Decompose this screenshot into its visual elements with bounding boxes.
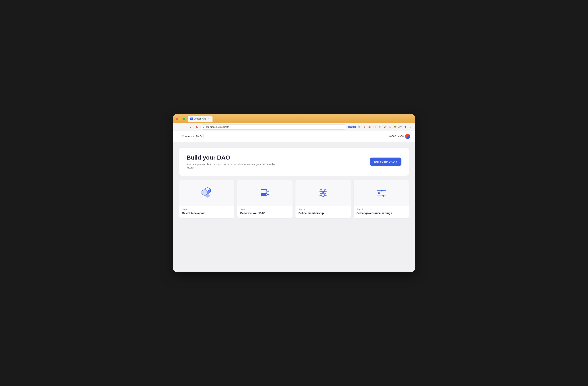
back-label: Create your DAO: [182, 135, 202, 138]
describe-icon: [258, 187, 272, 198]
steps-grid: Step 1 Select blockchain: [179, 180, 409, 218]
extension-clock-icon[interactable]: 🕐: [373, 125, 377, 129]
maximize-traffic-light[interactable]: [183, 118, 185, 120]
refresh-button[interactable]: ↻: [188, 125, 193, 129]
step-card-4[interactable]: Step 4 Select governance settings: [354, 180, 409, 218]
close-traffic-light[interactable]: [176, 118, 178, 120]
svg-point-16: [322, 191, 324, 193]
step-label-2: Step 2: [240, 208, 290, 211]
tab-favicon: A: [190, 118, 193, 120]
governance-icon: [374, 187, 388, 198]
new-tab-button[interactable]: +: [213, 116, 218, 121]
svg-point-14: [320, 193, 322, 195]
step-info-3: Step 3 Define membership: [295, 206, 351, 218]
lock-icon: 🔒: [202, 126, 205, 128]
menu-icon[interactable]: ☰: [408, 125, 412, 129]
step-icon-area-2: [237, 180, 293, 206]
svg-marker-11: [267, 194, 269, 195]
svg-point-18: [381, 190, 383, 192]
step-title-1: Select blockchain: [182, 212, 231, 214]
build-dao-arrow: ›: [396, 160, 397, 163]
build-dao-label: Build your DAO: [374, 160, 395, 163]
step-card-2[interactable]: Step 2 Describe your DAO: [237, 180, 293, 218]
step-icon-area-3: [295, 180, 351, 206]
svg-point-22: [382, 195, 384, 197]
step-icon-area-4: [354, 180, 409, 206]
brave-rewards-icon[interactable]: 🔺: [362, 125, 366, 129]
svg-marker-8: [267, 191, 269, 192]
svg-point-13: [324, 189, 326, 191]
step-label-3: Step 3: [298, 208, 348, 211]
blockchain-icon: [200, 187, 214, 198]
step-info-1: Step 1 Select blockchain: [179, 206, 234, 218]
user-avatar-nav[interactable]: 👤: [403, 125, 407, 129]
puzzle-icon[interactable]: 🧩: [383, 125, 387, 129]
tab-close-button[interactable]: ×: [207, 118, 210, 120]
hero-card: Build your DAO Start simple and learn as…: [179, 148, 409, 176]
extension-fox-icon[interactable]: 🦊: [367, 125, 372, 129]
hero-title: Build your DAO: [187, 154, 282, 161]
minimize-traffic-light[interactable]: [179, 118, 181, 120]
step-title-4: Select governance settings: [357, 212, 406, 214]
ipfs-badge: IPFS ⬆: [348, 126, 356, 128]
svg-rect-9: [261, 193, 267, 196]
url-text: app.aragon.org/#/create: [206, 126, 229, 128]
step-info-2: Step 2 Describe your DAO: [237, 206, 293, 218]
step-icon-area-1: [179, 180, 234, 206]
tab-title: Aragon App: [194, 118, 206, 120]
nav-bar: ‹ › ↻ 🔖 🔒 app.aragon.org/#/create IPFS ⬆…: [173, 123, 415, 131]
reader-icon[interactable]: 📖: [388, 125, 392, 129]
membership-icon: [316, 187, 330, 198]
step-label-4: Step 4: [357, 208, 406, 211]
forward-button[interactable]: ›: [182, 125, 187, 129]
wallet-address: 0x58D...4eF8: [389, 135, 404, 138]
hero-subtitle: Start simple and learn as you go. You ca…: [187, 163, 282, 169]
svg-point-20: [378, 192, 380, 194]
hero-text: Build your DAO Start simple and learn as…: [187, 154, 282, 169]
step-info-4: Step 4 Select governance settings: [354, 206, 409, 218]
vpn-icon[interactable]: VPN: [398, 125, 402, 129]
back-arrow-icon: ‹: [180, 135, 181, 138]
svg-point-12: [320, 189, 322, 191]
wallet-info: 0x58D...4eF8: [389, 134, 410, 139]
browser-window: A Aragon App × + ‹ › ↻ 🔖 🔒 app.aragon.or…: [173, 114, 415, 272]
active-tab[interactable]: A Aragon App ×: [188, 116, 212, 122]
title-bar: A Aragon App × +: [173, 114, 415, 123]
step-label-1: Step 1: [182, 208, 231, 211]
address-bar[interactable]: 🔒 app.aragon.org/#/create: [200, 125, 347, 129]
main-content: Build your DAO Start simple and learn as…: [173, 142, 415, 224]
wallet-avatar[interactable]: [405, 134, 410, 139]
step-card-1[interactable]: Step 1 Select blockchain: [179, 180, 234, 218]
brave-shield-icon[interactable]: 🛡️: [357, 125, 361, 129]
build-dao-button[interactable]: Build your DAO ›: [370, 158, 401, 166]
app-header: ‹ Create your DAO 0x58D...4eF8: [173, 131, 415, 142]
wallet-icon[interactable]: 💳: [393, 125, 397, 129]
svg-point-15: [324, 193, 326, 195]
svg-point-10: [266, 194, 267, 195]
step-title-3: Define membership: [298, 212, 348, 214]
back-button[interactable]: ‹: [176, 125, 180, 129]
step-card-3[interactable]: Step 3 Define membership: [295, 180, 351, 218]
traffic-lights: [176, 118, 185, 120]
extension-grid-icon[interactable]: ⊞: [378, 125, 382, 129]
back-to-home-button[interactable]: ‹ Create your DAO: [178, 134, 204, 139]
app-content: ‹ Create your DAO 0x58D...4eF8 Build you…: [173, 131, 415, 272]
tab-bar: A Aragon App × +: [188, 116, 218, 122]
bookmark-button[interactable]: 🔖: [194, 125, 199, 129]
nav-extras: IPFS ⬆ 🛡️ 🔺 🦊 🕐 ⊞ 🧩 📖 💳 VPN 👤 ☰: [348, 125, 412, 129]
step-title-2: Describe your DAO: [240, 212, 290, 214]
